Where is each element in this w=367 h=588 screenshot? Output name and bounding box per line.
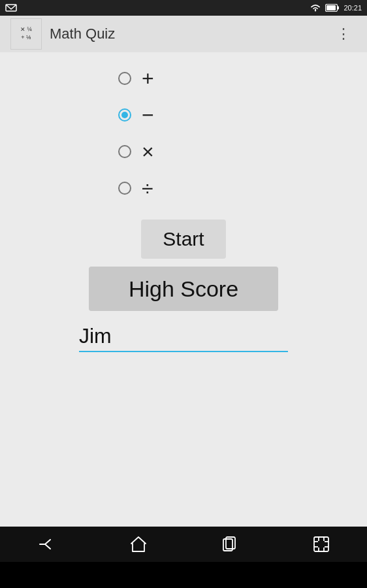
status-right: 20:21 (310, 3, 362, 12)
name-input-container (79, 321, 288, 352)
back-icon (37, 537, 56, 551)
radio-label-divide: ÷ (142, 178, 153, 199)
screenshot-button[interactable] (308, 531, 335, 558)
radio-item-plus[interactable]: + (118, 63, 249, 94)
back-button[interactable] (32, 532, 61, 557)
svg-rect-7 (314, 537, 328, 551)
svg-rect-3 (338, 7, 340, 10)
recents-icon (221, 536, 238, 553)
home-button[interactable] (125, 531, 152, 558)
radio-item-divide[interactable]: ÷ (118, 172, 249, 204)
status-left (5, 3, 17, 12)
wifi-icon (310, 3, 321, 12)
notification-icons (5, 3, 17, 12)
overflow-menu-button[interactable]: ⋮ (331, 23, 357, 45)
high-score-button[interactable]: High Score (89, 267, 278, 311)
app-icon: ✕ ¼+ ⅛ (10, 18, 42, 50)
svg-rect-2 (327, 5, 336, 10)
radio-item-times[interactable]: × (118, 136, 249, 167)
time-display: 20:21 (343, 4, 362, 12)
app-title: Math Quiz (50, 25, 323, 42)
radio-label-minus: − (142, 105, 154, 125)
name-input[interactable] (79, 321, 288, 352)
nav-bar (0, 527, 367, 562)
screenshot-icon (313, 536, 330, 553)
app-bar: ✕ ¼+ ⅛ Math Quiz ⋮ (0, 16, 367, 52)
recents-button[interactable] (216, 531, 244, 558)
radio-circle-minus[interactable] (118, 108, 131, 122)
svg-marker-4 (131, 537, 146, 551)
radio-circle-times[interactable] (118, 145, 131, 158)
radio-label-plus: + (142, 68, 154, 89)
home-icon (130, 536, 147, 553)
status-bar: 20:21 (0, 0, 367, 16)
radio-item-minus[interactable]: − (118, 99, 249, 131)
main-content: + − × ÷ Start High Score (0, 52, 367, 527)
radio-circle-plus[interactable] (118, 72, 131, 85)
radio-label-times: × (142, 141, 154, 162)
radio-circle-divide[interactable] (118, 182, 131, 195)
operation-radio-group: + − × ÷ (118, 63, 249, 204)
start-button[interactable]: Start (141, 220, 226, 259)
battery-icon (325, 4, 340, 12)
